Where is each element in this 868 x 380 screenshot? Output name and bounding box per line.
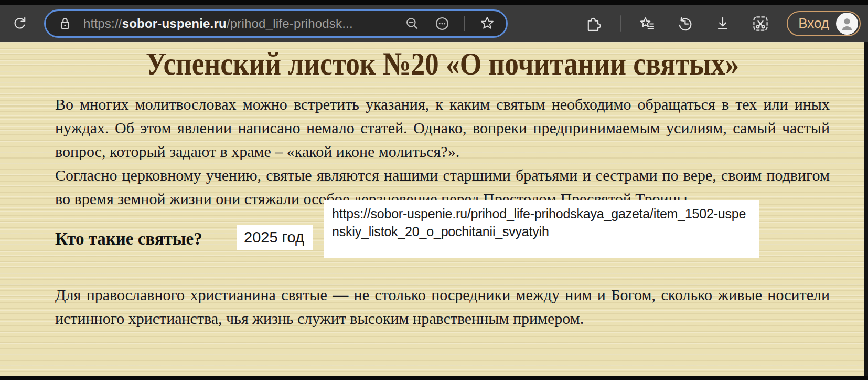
reload-button[interactable] xyxy=(8,12,31,35)
downloads-button[interactable] xyxy=(711,12,734,35)
reload-icon xyxy=(12,16,28,31)
url-scheme: https:// xyxy=(83,16,122,30)
toolbar-right-group: Вход xyxy=(582,11,861,36)
url-overlay-box[interactable]: https://sobor-uspenie.ru/prihod_life-pri… xyxy=(324,200,759,258)
lock-icon[interactable] xyxy=(57,16,73,31)
page-options-button[interactable] xyxy=(434,15,451,32)
page-content: Успенский листок №20 «О почитании святых… xyxy=(0,42,868,376)
avatar xyxy=(836,13,858,35)
star-list-icon xyxy=(639,15,656,32)
star-icon xyxy=(479,15,496,32)
section-heading: Кто такие святые? xyxy=(55,229,202,249)
scrollbar-track[interactable] xyxy=(864,42,868,376)
address-bar-divider xyxy=(464,16,465,31)
web-capture-button[interactable] xyxy=(749,12,772,35)
history-clock-icon xyxy=(677,15,693,32)
url-domain: sobor-uspenie.ru xyxy=(122,16,227,30)
web-capture-icon xyxy=(752,15,769,32)
person-icon xyxy=(838,15,856,33)
browser-window: https://sobor-uspenie.ru/prihod_life-pri… xyxy=(0,0,868,380)
page-title: Успенский листок №20 «О почитании святых… xyxy=(55,45,830,82)
history-button[interactable] xyxy=(673,12,696,35)
zoom-out-button[interactable] xyxy=(404,16,420,31)
zoom-out-icon xyxy=(404,16,420,31)
login-label: Вход xyxy=(798,16,829,31)
url-text[interactable]: https://sobor-uspenie.ru/prihod_life-pri… xyxy=(83,16,398,31)
puzzle-icon xyxy=(586,16,602,31)
add-favorite-button[interactable] xyxy=(479,15,496,32)
url-path: /prihod_life-prihodsk... xyxy=(227,16,353,30)
article: Успенский листок №20 «О почитании святых… xyxy=(55,45,830,330)
paragraph-1: Во многих молитвословах можно встретить … xyxy=(55,92,830,163)
year-input[interactable]: 2025 год xyxy=(237,225,313,250)
toolbar-divider xyxy=(620,15,621,32)
extensions-button[interactable] xyxy=(582,12,605,35)
download-icon xyxy=(715,16,731,31)
address-bar[interactable]: https://sobor-uspenie.ru/prihod_life-pri… xyxy=(44,9,508,38)
three-dots-circle-icon xyxy=(434,15,451,32)
heading-row: Кто такие святые? 2025 год https://sobor… xyxy=(55,210,830,280)
window-bottom-edge xyxy=(0,376,868,380)
login-button[interactable]: Вход xyxy=(787,11,861,36)
window-top-edge xyxy=(0,0,868,5)
favorites-button[interactable] xyxy=(636,12,659,35)
browser-toolbar: https://sobor-uspenie.ru/prihod_life-pri… xyxy=(0,5,868,42)
paragraph-3: Для православного христианина святые — н… xyxy=(55,283,830,330)
